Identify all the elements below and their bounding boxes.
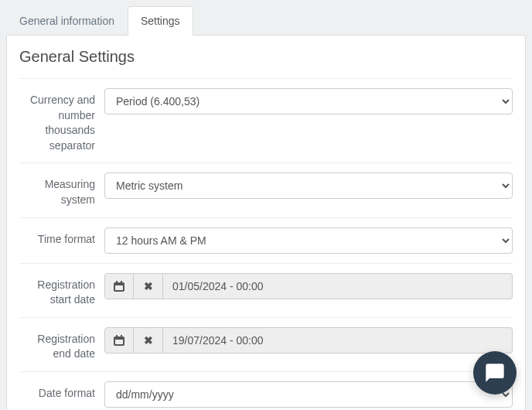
label-dateformat: Date format <box>19 381 104 401</box>
settings-panel: General Settings Currency and number tho… <box>6 35 526 410</box>
row-dateformat: Date format dd/mm/yyyy <box>19 371 513 410</box>
close-icon: ✖ <box>144 334 153 347</box>
label-reg-start: Registration start date <box>19 273 104 308</box>
label-currency: Currency and number thousands separator <box>19 88 104 153</box>
chat-button[interactable] <box>473 351 517 395</box>
row-measuring: Measuring system Metric system <box>19 162 513 217</box>
row-reg-start: Registration start date ✖ 01/05/2024 - 0… <box>19 263 513 317</box>
page-title: General Settings <box>19 48 513 66</box>
input-reg-start[interactable]: 01/05/2024 - 00:00 <box>163 273 513 299</box>
row-timeformat: Time format 12 hours AM & PM <box>19 217 513 263</box>
row-currency: Currency and number thousands separator … <box>19 78 513 162</box>
clear-icon[interactable]: ✖ <box>134 273 163 299</box>
label-timeformat: Time format <box>19 227 104 248</box>
row-reg-end: Registration end date ✖ 19/07/2024 - 00:… <box>19 317 513 371</box>
input-reg-end[interactable]: 19/07/2024 - 00:00 <box>163 327 513 354</box>
calendar-icon[interactable] <box>104 327 134 354</box>
tab-list: General information Settings <box>6 6 526 36</box>
select-dateformat[interactable]: dd/mm/yyyy <box>104 381 513 408</box>
label-measuring: Measuring system <box>19 173 104 207</box>
label-reg-end: Registration end date <box>19 327 104 362</box>
tab-settings[interactable]: Settings <box>128 6 193 36</box>
clear-icon[interactable]: ✖ <box>134 327 163 354</box>
close-icon: ✖ <box>144 280 153 292</box>
chat-icon <box>484 362 506 384</box>
select-timeformat[interactable]: 12 hours AM & PM <box>104 227 513 254</box>
select-measuring[interactable]: Metric system <box>104 173 513 199</box>
tab-general-information[interactable]: General information <box>6 6 128 36</box>
select-currency[interactable]: Period (6.400,53) <box>104 88 513 114</box>
calendar-icon[interactable] <box>104 273 134 299</box>
